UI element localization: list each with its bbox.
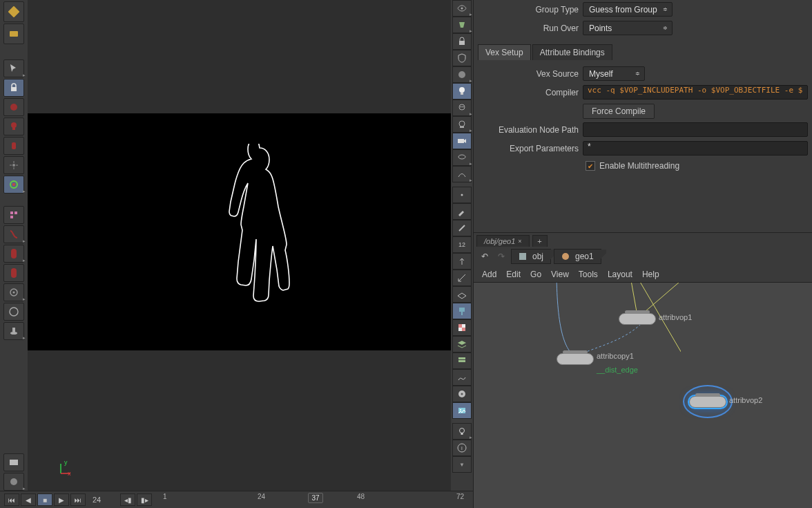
tool-k[interactable]	[3, 303, 24, 321]
disp-icon-curve[interactable]	[452, 369, 472, 386]
lock-tool[interactable]	[3, 79, 24, 97]
network-tab-add[interactable]: +	[532, 235, 548, 247]
node-attribcopy1[interactable]	[557, 353, 594, 365]
svg-point-29	[463, 106, 464, 108]
disp-icon-bg[interactable]	[452, 402, 472, 419]
nav-back-button[interactable]: ↶	[478, 250, 492, 263]
menu-edit[interactable]: Edit	[506, 270, 521, 279]
tool-b[interactable]	[3, 117, 24, 135]
menu-go[interactable]: Go	[530, 270, 541, 279]
disp-icon-bulb[interactable]: ▸	[452, 423, 472, 440]
network-icon	[517, 251, 528, 262]
svg-rect-6	[12, 142, 16, 149]
enable-multithreading-checkbox[interactable]: ✔ Enable Multithreading	[586, 158, 808, 174]
svg-point-48	[460, 429, 465, 433]
menu-tools[interactable]: Tools	[579, 270, 598, 279]
disp-icon-stack[interactable]	[452, 352, 472, 369]
disp-icon-checker[interactable]	[452, 319, 472, 336]
disp-icon-point[interactable]	[452, 187, 472, 203]
svg-rect-11	[14, 211, 17, 214]
tool-f[interactable]	[3, 206, 24, 224]
node-attribvop2[interactable]	[689, 396, 726, 408]
export-parameters-input[interactable]: *	[583, 141, 808, 156]
tool-shelf-1[interactable]	[3, 1, 24, 22]
tool-i[interactable]	[3, 264, 24, 282]
tool-c[interactable]	[3, 137, 24, 155]
geometry-silhouette	[203, 144, 320, 337]
tool-bottom-b[interactable]: ▸	[3, 473, 24, 491]
disp-icon-layers[interactable]	[452, 336, 472, 352]
disp-icon-visibility[interactable]: ▸	[452, 0, 472, 17]
disp-icon-paint[interactable]	[452, 303, 472, 319]
goto-end-button[interactable]: ⏭	[70, 493, 86, 506]
disp-icon-disk[interactable]	[452, 386, 472, 402]
disp-icon-camera[interactable]	[452, 133, 472, 149]
tool-h[interactable]: ▸	[3, 245, 24, 263]
tool-bottom-a[interactable]	[3, 453, 24, 471]
breadcrumb-geo1[interactable]: geo1	[554, 249, 601, 264]
3d-viewport[interactable]: y x	[28, 0, 451, 491]
disp-icon-lock[interactable]	[452, 33, 472, 50]
tool-d[interactable]	[3, 156, 24, 174]
range-right-button[interactable]: ▮▸	[137, 493, 152, 506]
tool-j[interactable]: ▸	[3, 283, 24, 301]
tab-attribute-bindings[interactable]: Attribute Bindings	[532, 44, 612, 60]
svg-rect-1	[10, 31, 18, 37]
svg-rect-36	[459, 308, 465, 312]
timeline-ruler[interactable]: 1 24 48 72 96 120 144 37	[159, 491, 470, 508]
disp-icon-sweep[interactable]: ▸	[452, 166, 472, 182]
run-over-dropdown[interactable]: Points ≑	[583, 21, 673, 35]
checkbox-icon: ✔	[586, 161, 595, 171]
disp-icon-info[interactable]: i	[452, 440, 472, 456]
eval-node-path-input[interactable]	[583, 122, 808, 137]
disp-icon-lasso[interactable]: ▸	[452, 149, 472, 166]
select-tool[interactable]: ▸	[3, 59, 24, 77]
svg-point-14	[13, 292, 15, 294]
current-frame-marker[interactable]: 37	[308, 493, 323, 503]
disp-icon-12[interactable]: 12	[452, 236, 472, 253]
group-type-dropdown[interactable]: Guess from Group ≑	[583, 2, 673, 17]
disp-icon-cplane[interactable]	[452, 286, 472, 303]
menu-layout[interactable]: Layout	[608, 270, 632, 279]
disp-icon-normals[interactable]	[452, 253, 472, 270]
tool-a[interactable]	[3, 98, 24, 116]
disp-icon-brush[interactable]	[452, 203, 472, 220]
disp-icon-sphere[interactable]: ▸	[452, 66, 472, 83]
vex-source-dropdown[interactable]: Myself ≑	[583, 66, 645, 81]
network-tab[interactable]: /obj/geo1 ×	[476, 235, 530, 247]
node-attribvop1[interactable]	[619, 313, 656, 325]
disp-icon-skull-2[interactable]: ▸	[452, 116, 472, 133]
nav-forward-button[interactable]: ↷	[494, 250, 508, 263]
svg-point-15	[10, 308, 18, 316]
disp-icon-wand[interactable]	[452, 220, 472, 236]
network-canvas[interactable]: attribvop1 attribcopy1 __dist_edge attri…	[474, 283, 812, 508]
compiler-input[interactable]: vcc -q $VOP_INCLUDEPATH -o $VOP_OBJECTFI…	[583, 85, 808, 100]
range-left-button[interactable]: ◂▮	[120, 493, 135, 506]
svg-point-34	[461, 194, 463, 196]
tool-l[interactable]: ▸	[3, 322, 24, 340]
play-button[interactable]: ▶	[54, 493, 69, 506]
disp-icon-vectors[interactable]	[452, 270, 472, 286]
menu-add[interactable]: Add	[482, 270, 496, 279]
tab-vex-setup[interactable]: Vex Setup	[478, 44, 531, 60]
menu-view[interactable]: View	[551, 270, 569, 279]
svg-point-47	[460, 409, 461, 411]
disp-icon-lightbulb[interactable]	[452, 83, 472, 100]
tool-g[interactable]: ▸	[3, 225, 24, 243]
stop-button[interactable]: ■	[37, 493, 52, 506]
tool-shelf-2[interactable]	[3, 23, 24, 44]
fps-field[interactable]: 24	[93, 496, 116, 504]
close-icon[interactable]: ×	[518, 238, 521, 245]
breadcrumb-obj[interactable]: obj	[511, 249, 551, 264]
tool-e[interactable]: ▸	[3, 176, 24, 194]
disp-icon-ghost[interactable]: ▸	[452, 17, 472, 33]
menu-help[interactable]: Help	[642, 270, 659, 279]
force-compile-button[interactable]: Force Compile	[583, 104, 655, 119]
disp-icon-skull-1[interactable]: ▸	[452, 100, 472, 116]
disp-icon-collapse[interactable]: ▼	[452, 456, 472, 473]
goto-start-button[interactable]: ⏮	[4, 493, 19, 506]
disp-icon-shield[interactable]	[452, 50, 472, 66]
step-back-button[interactable]: ◀	[21, 493, 36, 506]
svg-rect-5	[12, 127, 15, 130]
svg-point-53	[562, 253, 569, 260]
